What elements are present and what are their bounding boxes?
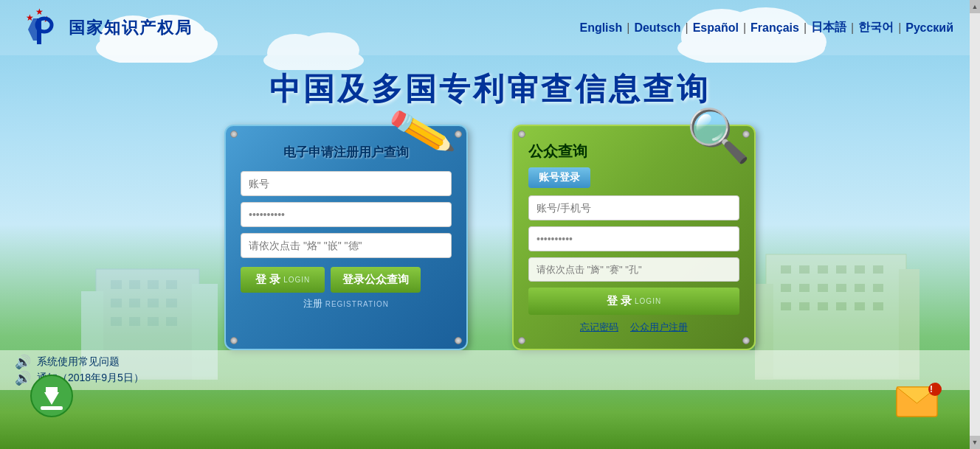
links-row: 忘记密码 公众用户注册 <box>528 321 739 334</box>
speaker-icon-2: 🔊 <box>15 370 31 386</box>
left-btn-row: 登 录 LOGIN 登录公众查询 <box>241 267 452 293</box>
forget-password-link[interactable]: 忘记密码 <box>580 321 618 334</box>
left-panel: ✏️ 电子申请注册用户查询 登 录 LOGIN 登录公众查询 注册 REGIST… <box>224 125 468 350</box>
lang-francais[interactable]: Français <box>746 21 804 35</box>
scroll-up-arrow[interactable]: ▲ <box>970 0 980 13</box>
screw-br <box>455 337 462 344</box>
right-screw-bl <box>518 337 525 344</box>
right-login-button[interactable]: 登 录 LOGIN <box>528 288 739 315</box>
right-captcha-input[interactable] <box>528 257 739 282</box>
header: ★ ★ ★ 国家知识产权局 English | Deutsch | Españo… <box>0 0 980 55</box>
right-panel-title: 公众查询 <box>528 143 587 159</box>
register-link[interactable]: 公众用户注册 <box>630 321 688 334</box>
bottom-text-1: 系统使用常见问题 <box>37 355 120 369</box>
right-screw-br <box>742 337 750 344</box>
left-panel-title: 电子申请注册用户查询 <box>283 145 409 159</box>
right-password-input[interactable] <box>528 226 739 251</box>
register-row[interactable]: 注册 REGISTRATION <box>241 297 452 310</box>
left-account-input[interactable] <box>241 171 452 196</box>
mail-icon: ! <box>895 381 943 431</box>
logo-icon: ★ ★ ★ <box>22 7 63 48</box>
lang-english[interactable]: English <box>575 21 627 35</box>
right-account-input[interactable] <box>528 195 739 220</box>
scrollbar: ▲ ▼ <box>970 0 980 449</box>
lang-espanol[interactable]: Español <box>689 21 743 35</box>
lang-korean[interactable]: 한국어 <box>854 20 898 35</box>
public-query-button[interactable]: 登录公众查询 <box>331 267 421 293</box>
svg-rect-56 <box>41 406 63 410</box>
bottom-item-2[interactable]: 🔊 通知（2018年9月5日） <box>15 370 965 386</box>
account-login-tab[interactable]: 账号登录 <box>528 167 590 188</box>
left-captcha-input[interactable] <box>241 233 452 258</box>
panels-area: ✏️ 电子申请注册用户查询 登 录 LOGIN 登录公众查询 注册 REGIST… <box>0 117 980 358</box>
lang-russian[interactable]: Русский <box>901 21 958 35</box>
magnifier-decoration: 🔍 <box>686 105 750 166</box>
screw-tl <box>230 130 238 138</box>
right-panel: 🔍 公众查询 账号登录 登 录 LOGIN 忘记密码 公众用户注册 <box>512 125 756 350</box>
main-title: 中国及多国专利审查信息查询 <box>0 69 980 110</box>
left-password-input[interactable] <box>241 202 452 227</box>
logo-text: 国家知识产权局 <box>69 17 193 39</box>
scroll-down-arrow[interactable]: ▼ <box>970 436 980 449</box>
screw-tr <box>455 130 462 138</box>
lang-deutsch[interactable]: Deutsch <box>629 21 685 35</box>
main-title-area: 中国及多国专利审查信息查询 <box>0 55 980 117</box>
right-screw-tl <box>518 130 525 138</box>
left-login-button[interactable]: 登 录 LOGIN <box>241 267 325 293</box>
svg-text:!: ! <box>930 384 933 394</box>
screw-bl <box>230 337 238 344</box>
speaker-icon-1: 🔊 <box>15 354 31 370</box>
svg-rect-55 <box>46 387 58 394</box>
download-icon <box>30 374 74 427</box>
bottom-item-1[interactable]: 🔊 系统使用常见问题 <box>15 354 965 370</box>
bottom-bar: 🔊 系统使用常见问题 🔊 通知（2018年9月5日） <box>0 350 980 390</box>
language-nav: English | Deutsch | Español | Français |… <box>575 20 958 35</box>
logo-area: ★ ★ ★ 国家知识产权局 <box>22 7 193 48</box>
lang-japanese[interactable]: 日本語 <box>807 20 851 35</box>
